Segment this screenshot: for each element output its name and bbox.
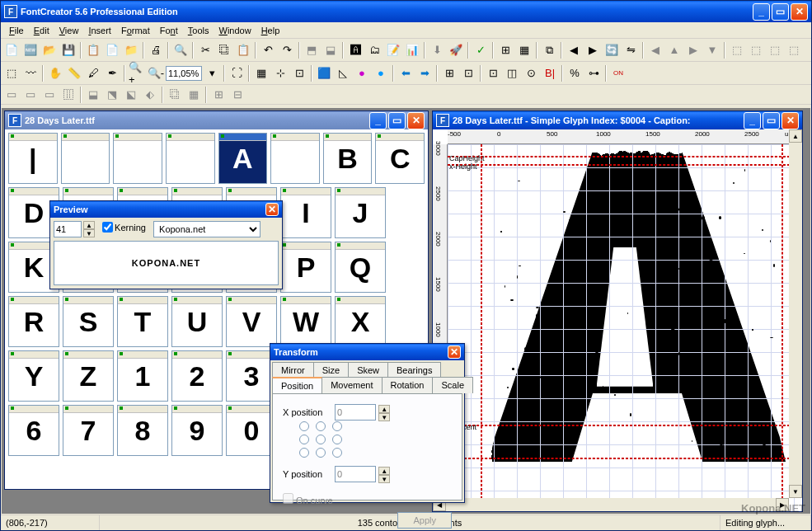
show-grid-icon[interactable]: ▦: [252, 64, 270, 82]
menu-format[interactable]: Format: [116, 24, 155, 37]
copy-icon[interactable]: 📋: [84, 41, 102, 59]
win-misc-2[interactable]: ⊟: [228, 86, 246, 104]
nav-right-icon[interactable]: ➡: [415, 64, 434, 82]
next-glyph-icon[interactable]: ▶: [584, 41, 602, 59]
font-close-button[interactable]: ✕: [407, 112, 425, 129]
glyph-canvas[interactable]: CapHeightx-HeightDescenteline: [448, 144, 802, 511]
lasso-tool-icon[interactable]: 〰: [21, 64, 40, 82]
snap-grid-icon[interactable]: ⊞: [440, 64, 458, 82]
tab-mirror[interactable]: Mirror: [272, 362, 314, 378]
tab-movement[interactable]: Movement: [322, 377, 382, 393]
transform-titlebar[interactable]: Transform ✕: [270, 344, 464, 360]
open-icon[interactable]: 📂: [40, 41, 59, 59]
preview-size-input[interactable]: [54, 221, 82, 237]
glyph-cell[interactable]: [113, 133, 162, 184]
save-icon[interactable]: 💾: [59, 41, 77, 59]
size-up-icon[interactable]: ▲: [83, 221, 95, 229]
maximize-button[interactable]: ▭: [772, 3, 789, 21]
contour-icon[interactable]: ◫: [503, 64, 521, 82]
menu-insert[interactable]: Insert: [83, 24, 116, 37]
menu-window[interactable]: Window: [214, 24, 256, 37]
snap-guide-icon[interactable]: ⊡: [459, 64, 477, 82]
win-tile-3[interactable]: ⬕: [122, 86, 140, 104]
win-tool-1[interactable]: ▭: [2, 86, 21, 104]
font-min-button[interactable]: _: [369, 112, 387, 129]
glyph-cell[interactable]: |: [8, 133, 58, 184]
menu-tools[interactable]: Tools: [183, 24, 214, 37]
new-font-icon[interactable]: 🆕: [21, 41, 40, 59]
undo-icon[interactable]: ↶: [259, 41, 277, 59]
menu-help[interactable]: Help: [256, 24, 285, 37]
win-tile-4[interactable]: ⬖: [141, 86, 159, 104]
folder-icon[interactable]: 📁: [122, 41, 140, 59]
glyph-cell[interactable]: Q: [335, 242, 386, 293]
win-tool-4[interactable]: ⿲: [59, 86, 77, 104]
glyph-cell[interactable]: 7: [63, 405, 114, 456]
launch-icon[interactable]: 🚀: [447, 41, 465, 59]
outline-icon[interactable]: ◺: [334, 64, 352, 82]
glyph-cell[interactable]: B: [323, 133, 373, 184]
first-point-icon[interactable]: ⊙: [522, 64, 540, 82]
glyph-cell[interactable]: P: [280, 242, 331, 293]
glyph-cell[interactable]: J: [335, 187, 386, 238]
glyph-cell[interactable]: C: [375, 133, 425, 184]
scrollbar-horizontal[interactable]: ◀ ▶: [433, 498, 789, 511]
win-cascade[interactable]: ⿻: [166, 86, 184, 104]
bbox-icon[interactable]: ⊡: [484, 64, 502, 82]
font-max-button[interactable]: ▭: [388, 112, 406, 129]
glyph-cell[interactable]: U: [171, 296, 223, 347]
scrollbar-vertical[interactable]: ▲ ▼: [789, 129, 802, 498]
tab-skew[interactable]: Skew: [348, 362, 388, 378]
prev-glyph-icon[interactable]: ◀: [565, 41, 583, 59]
tab-size[interactable]: Size: [313, 362, 349, 378]
compare-icon[interactable]: ⧉: [540, 41, 558, 59]
toggle-icon[interactable]: ON: [609, 64, 627, 82]
new-icon[interactable]: 📄: [2, 41, 21, 59]
measure-tool-icon[interactable]: 📏: [65, 64, 83, 82]
zoom-in-icon[interactable]: 🔍+: [128, 64, 146, 82]
bearings-icon[interactable]: B|: [541, 64, 559, 82]
tab-scale[interactable]: Scale: [432, 377, 473, 393]
transform-close-button[interactable]: ✕: [448, 345, 461, 359]
menu-font[interactable]: Font: [155, 24, 183, 37]
scroll-up-icon[interactable]: ▲: [789, 129, 802, 143]
menu-file[interactable]: File: [4, 24, 29, 37]
glyph-cell[interactable]: 1: [117, 350, 168, 402]
glyph-cell[interactable]: A: [218, 133, 268, 184]
preview-font-select[interactable]: Kopona.net: [153, 221, 260, 237]
transform-dialog[interactable]: Transform ✕ Mirror Size Skew Bearings Po…: [270, 343, 465, 503]
glyph-info-icon[interactable]: 🅰: [346, 41, 364, 59]
glyph-min-button[interactable]: _: [744, 112, 761, 129]
win-tool-3[interactable]: ▭: [40, 86, 59, 104]
win-tool-2[interactable]: ▭: [21, 86, 40, 104]
win-misc-1[interactable]: ⊞: [209, 86, 228, 104]
glyph-props-icon[interactable]: 📊: [403, 41, 421, 59]
glyph-cell[interactable]: Z: [63, 350, 114, 402]
glyph-cell[interactable]: 9: [171, 405, 223, 456]
percent-icon[interactable]: %: [566, 64, 584, 82]
glyph-cell[interactable]: 8: [117, 405, 168, 456]
check-icon[interactable]: ✓: [472, 41, 490, 59]
connection-icon[interactable]: ⊶: [584, 64, 603, 82]
win-tile-v[interactable]: ⬔: [103, 86, 121, 104]
show-metrics-icon[interactable]: ⊡: [290, 64, 308, 82]
glyph-window[interactable]: F 28 Days Later.ttf - Simple Glyph Index…: [432, 110, 803, 512]
copy2-icon[interactable]: ⿻: [215, 41, 233, 59]
glyph-map-icon[interactable]: 🗂: [365, 41, 383, 59]
zoom-out-icon[interactable]: 🔍-: [147, 64, 165, 82]
grid-icon[interactable]: ⊞: [496, 41, 514, 59]
nav-left-icon[interactable]: ⬅: [397, 64, 415, 82]
tab-bearings[interactable]: Bearings: [387, 362, 441, 378]
glyph-cell[interactable]: 2: [171, 350, 223, 402]
points-icon[interactable]: ●: [353, 64, 371, 82]
win-tile-h[interactable]: ⬓: [84, 86, 102, 104]
kerning-checkbox[interactable]: [102, 222, 113, 233]
glyph-cell[interactable]: T: [117, 296, 168, 347]
hand-tool-icon[interactable]: ✋: [46, 64, 64, 82]
menu-view[interactable]: View: [54, 24, 84, 37]
preview-dialog[interactable]: Preview ✕ ▲ ▼ Kerning Kopona.net KOPONA.…: [49, 200, 283, 289]
scroll-down-icon[interactable]: ▼: [789, 485, 802, 498]
mirror-h-icon[interactable]: ⇋: [622, 41, 640, 59]
find-icon[interactable]: 🔍: [171, 41, 190, 59]
close-button[interactable]: ✕: [791, 3, 808, 21]
